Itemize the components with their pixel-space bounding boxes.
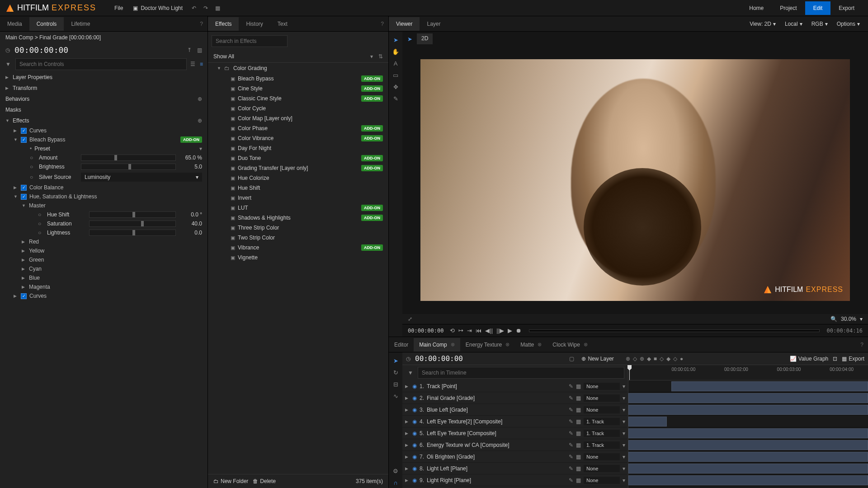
- hand-tool-icon[interactable]: ✋: [390, 46, 401, 57]
- group-effects[interactable]: ▼Effects⊕: [0, 115, 208, 126]
- slice-tool-icon[interactable]: ⊟: [390, 379, 401, 389]
- slider-light[interactable]: [89, 230, 176, 236]
- loop-icon[interactable]: ⟲: [450, 327, 455, 334]
- keyframe-icon[interactable]: ○: [30, 174, 35, 180]
- chevron-down-icon[interactable]: ▾: [623, 465, 625, 472]
- prev-frame-icon[interactable]: ⏮: [476, 327, 481, 334]
- keyframe-icon[interactable]: ○: [30, 155, 35, 161]
- view-mode-dropdown[interactable]: View: 2D▾: [746, 19, 779, 28]
- move-tool-icon[interactable]: ✥: [390, 81, 401, 92]
- hsl-cyan[interactable]: ▶Cyan: [0, 264, 208, 273]
- chevron-down-icon[interactable]: ▾: [623, 395, 625, 401]
- effect-item[interactable]: ▣Two Strip Color: [208, 233, 388, 243]
- caret-icon[interactable]: ▶: [405, 419, 410, 424]
- keyframe-icon[interactable]: ○: [38, 221, 43, 227]
- space-dropdown[interactable]: Local▾: [781, 19, 806, 28]
- tab-matte[interactable]: Matte⊗: [515, 338, 547, 352]
- kf-next-icon[interactable]: ⊕: [640, 356, 644, 362]
- slider-hue[interactable]: [89, 211, 176, 218]
- pen-tool-icon[interactable]: ✎: [390, 93, 401, 104]
- keyframe-icon[interactable]: ○: [38, 230, 43, 236]
- clip[interactable]: [628, 417, 667, 427]
- show-all-dropdown[interactable]: Show All▾⇅: [208, 51, 388, 63]
- caret-icon[interactable]: ▶: [405, 431, 410, 436]
- caret-icon[interactable]: ▶: [405, 455, 410, 459]
- slider-amount[interactable]: [81, 155, 176, 161]
- file-menu[interactable]: File: [110, 5, 127, 11]
- track-row[interactable]: ▶◉9.Light Right [Plane]✎▦None▾: [402, 474, 628, 486]
- eye-icon[interactable]: ◉: [412, 477, 417, 483]
- effect-item[interactable]: ▣Three Strip Color: [208, 223, 388, 233]
- chevron-down-icon[interactable]: ▾: [623, 442, 625, 448]
- close-icon[interactable]: ⊗: [451, 342, 455, 347]
- sort-icon[interactable]: ⇅: [378, 53, 383, 60]
- effect-item[interactable]: ▣Hue Colorize: [208, 173, 388, 183]
- screen-icon[interactable]: ▢: [569, 356, 574, 362]
- category-color-grading[interactable]: ▼🗀Color Grading: [208, 63, 388, 74]
- search-timeline-input[interactable]: [418, 367, 624, 379]
- clip[interactable]: [628, 452, 868, 462]
- chevron-down-icon[interactable]: ▾: [623, 477, 625, 483]
- pin-icon[interactable]: ⤒: [187, 47, 192, 53]
- caret-icon[interactable]: ▶: [405, 384, 410, 389]
- effect-item[interactable]: ▣Invert: [208, 193, 388, 203]
- value-graph-button[interactable]: 📈Value Graph: [790, 356, 829, 362]
- list-view-icon[interactable]: ☰: [189, 60, 196, 68]
- pencil-icon[interactable]: ✎: [569, 430, 573, 436]
- pointer-icon[interactable]: ➤: [404, 33, 415, 44]
- caret-icon[interactable]: ▶: [405, 443, 410, 447]
- playhead[interactable]: [629, 365, 630, 380]
- tab-clock-wipe[interactable]: Clock Wipe⊗: [547, 338, 593, 352]
- tab-export[interactable]: Export: [830, 1, 863, 15]
- channels-dropdown[interactable]: RGB▾: [808, 19, 831, 28]
- tab-editor[interactable]: Editor: [389, 338, 414, 352]
- rect-tool-icon[interactable]: ▭: [390, 70, 401, 80]
- effect-item[interactable]: ▣Vignette: [208, 253, 388, 263]
- step-back-icon[interactable]: ◀||: [485, 327, 493, 334]
- pencil-icon[interactable]: ✎: [569, 395, 573, 401]
- pencil-icon[interactable]: ✎: [569, 454, 573, 460]
- track-mode-dropdown[interactable]: None: [584, 465, 620, 472]
- undo-icon[interactable]: ↶: [192, 5, 196, 11]
- track-row[interactable]: ▶◉3.Blue Left [Grade]✎▦None▾: [402, 404, 628, 416]
- transport-timecode[interactable]: 00:00:00:00: [408, 328, 443, 334]
- effect-curves-2[interactable]: ▶✓Curves: [0, 291, 208, 300]
- effect-item[interactable]: ▣Classic Cine StyleADD-ON: [208, 94, 388, 103]
- play-icon[interactable]: ▶: [508, 327, 512, 334]
- checkbox-icon[interactable]: ✓: [21, 194, 27, 200]
- tab-home[interactable]: Home: [741, 1, 772, 15]
- clip[interactable]: [628, 440, 868, 450]
- kf-d3-icon[interactable]: ◆: [666, 356, 670, 362]
- chevron-down-icon[interactable]: ▾: [623, 454, 625, 460]
- caret-icon[interactable]: ▶: [405, 408, 410, 412]
- blend-icon[interactable]: ▦: [576, 442, 581, 448]
- rate-tool-icon[interactable]: ∿: [390, 390, 401, 401]
- effect-item[interactable]: ▣Duo ToneADD-ON: [208, 153, 388, 163]
- track-mode-dropdown[interactable]: None: [584, 383, 620, 390]
- help-icon[interactable]: ?: [860, 342, 863, 348]
- timeline-timecode[interactable]: 00:00:00:00: [415, 354, 463, 363]
- effect-item[interactable]: ▣Bleach BypassADD-ON: [208, 74, 388, 84]
- redo-icon[interactable]: ↷: [203, 5, 208, 11]
- slider-sat[interactable]: [89, 221, 176, 227]
- checkbox-icon[interactable]: ✓: [21, 128, 27, 134]
- effect-item[interactable]: ▣Hue Shift: [208, 183, 388, 193]
- eye-icon[interactable]: ◉: [412, 442, 417, 448]
- zoom-dropdown-icon[interactable]: ▾: [860, 316, 863, 322]
- track-row[interactable]: ▶◉1.Track [Point]✎▦None▾: [402, 380, 628, 392]
- eye-icon[interactable]: ◉: [412, 430, 417, 436]
- effect-item[interactable]: ▣Color Cycle: [208, 103, 388, 113]
- out-icon[interactable]: ↦: [458, 327, 463, 334]
- effect-item[interactable]: ▣Color PhaseADD-ON: [208, 123, 388, 133]
- tab-media[interactable]: Media: [0, 17, 29, 31]
- blend-icon[interactable]: ▦: [576, 395, 581, 401]
- hsl-blue[interactable]: ▶Blue: [0, 273, 208, 282]
- blend-icon[interactable]: ▦: [576, 383, 581, 389]
- hsl-red[interactable]: ▶Red: [0, 237, 208, 246]
- clip[interactable]: [628, 405, 868, 415]
- track-row[interactable]: ▶◉6.Energy Texture w/ CA [Composite]✎▦1.…: [402, 439, 628, 451]
- timeline-ruler[interactable]: 00:00:01:00 00:00:02:00 00:00:03:00 00:0…: [628, 365, 868, 380]
- effect-hsl[interactable]: ▼✓Hue, Saturation & Lightness: [0, 192, 208, 201]
- timecode[interactable]: 00:00:00:00: [14, 45, 68, 55]
- clip[interactable]: [628, 464, 868, 474]
